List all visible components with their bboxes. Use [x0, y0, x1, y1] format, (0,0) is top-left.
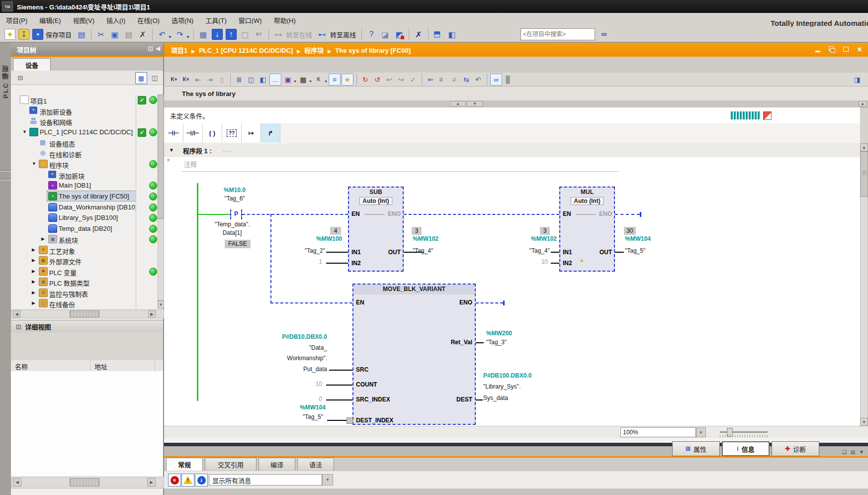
print-icon[interactable]: ▤ — [75, 28, 88, 41]
detail-column-address[interactable]: 地址 — [90, 360, 155, 371]
tree-item-label[interactable]: 添加新设备 — [40, 107, 136, 116]
plc-programming-strip-label[interactable]: PLC 编程 — [1, 65, 10, 99]
dropdown-caret-icon[interactable]: ▼ — [186, 35, 190, 39]
comment-display-icon[interactable]: ≠ — [449, 74, 460, 85]
menu-item[interactable]: 窗口(W) — [233, 13, 268, 27]
stop-cpu-icon[interactable]: RT — [253, 28, 265, 41]
tree-scroll-left-button[interactable]: ◀ — [13, 310, 20, 317]
tree-item-label[interactable]: Main [OB1] — [59, 182, 136, 189]
restore-icon[interactable] — [827, 45, 836, 53]
mul-in1-address[interactable]: %MW102 — [495, 235, 557, 242]
breadcrumb-item[interactable]: 程序块 — [304, 47, 324, 54]
maximize-icon[interactable] — [841, 45, 850, 53]
network-overview-icon[interactable] — [731, 111, 761, 119]
move-retval-tag[interactable]: "Tag_3" — [486, 339, 546, 346]
merge-row-icon[interactable]: ◧ — [258, 74, 268, 85]
copy-icon[interactable]: ▣ — [108, 28, 121, 41]
sub-in1-address[interactable]: %MW100 — [281, 235, 342, 242]
go-offline-icon[interactable]: ⊷ — [316, 28, 329, 41]
menu-item[interactable]: 工具(T) — [199, 13, 233, 27]
sub-out-tag[interactable]: "Tag_4" — [413, 247, 462, 254]
param-handle[interactable] — [347, 417, 353, 424]
mul-out-address[interactable]: %MW104 — [625, 235, 675, 242]
paste-icon[interactable]: ▤ — [122, 28, 135, 41]
tree-item-label[interactable]: The sys of library [FC50] — [59, 193, 136, 200]
minimize-icon[interactable] — [813, 45, 822, 53]
go-offline-label[interactable]: 转至离线 — [330, 30, 356, 39]
tree-item-label[interactable]: 工艺对象 — [49, 246, 136, 256]
contact-operand-line1[interactable]: "Temp_data". — [199, 221, 265, 228]
tree-item-label[interactable]: 系统块 — [59, 235, 136, 245]
absolute-symbolic-icon[interactable]: ≢ — [437, 74, 448, 85]
editor-splitter[interactable]: ▲ ▼ ▲ — [164, 100, 868, 108]
redo-icon[interactable]: ↷ — [174, 28, 186, 41]
tree-item-label[interactable]: Temp_data [DB20] — [59, 225, 136, 232]
lock-icon[interactable]: ▊ — [503, 74, 514, 85]
tree-item-label[interactable]: 外部源文件 — [49, 257, 136, 266]
mul-out-tag[interactable]: "Tag_5" — [625, 247, 675, 254]
tree-item-label[interactable]: 添加新块 — [59, 171, 136, 181]
align-icon[interactable]: ≣ — [234, 74, 245, 85]
expand-icon[interactable]: ▶ — [32, 300, 35, 305]
open-project-icon[interactable]: ↧ — [18, 29, 29, 40]
table-view-icon[interactable]: ▦ — [135, 72, 147, 84]
open-branch-icon[interactable]: ↦ — [242, 123, 261, 142]
detail-column-name[interactable]: 名称 — [11, 360, 90, 371]
tree-hscrollbar-thumb[interactable] — [70, 310, 99, 317]
navigate-icon[interactable]: ⇆ — [461, 74, 472, 85]
sub-in2-constant[interactable]: 1 — [298, 258, 322, 265]
monitoring-icon[interactable]: ∞ — [490, 74, 502, 86]
menu-item[interactable]: 帮助(H) — [268, 13, 302, 27]
sort-tree-icon[interactable]: ⊟ — [15, 72, 26, 83]
info-filter-button[interactable]: i — [195, 474, 208, 487]
empty-box-icon[interactable]: ?? — [222, 123, 242, 142]
zoom-dropdown-icon[interactable]: ▼ — [696, 427, 706, 437]
move-src-pointer[interactable]: P#DB10.DBX0.0 — [248, 333, 327, 340]
breadcrumb-item[interactable]: PLC_1 [CPU 1214C DC/DC/DC] — [199, 47, 293, 54]
expand-icon[interactable]: ▶ — [32, 258, 35, 263]
search-input[interactable] — [521, 28, 595, 40]
network-collapse-icon[interactable]: ▼ — [169, 147, 174, 153]
favorites-icon[interactable]: ★ — [342, 74, 353, 86]
menu-item[interactable]: 编辑(E) — [33, 13, 67, 27]
detail-view-header[interactable]: ◫ 详细视图 — [11, 320, 163, 333]
save-project-icon[interactable]: ▪ — [32, 29, 43, 40]
tab-diagnostics[interactable]: ✚诊断 — [772, 441, 819, 456]
refresh-icon[interactable]: ↪ — [396, 74, 407, 85]
undo-icon[interactable]: ↶ — [156, 28, 169, 41]
upload-from-device-icon[interactable]: ↑ — [226, 29, 237, 40]
sub-block-mode[interactable]: Auto (Int) — [359, 197, 392, 205]
dropdown-caret-icon[interactable]: ▼ — [309, 80, 312, 83]
split-horizontal-icon[interactable]: ◧ — [432, 28, 444, 41]
filter-dropdown-icon[interactable]: ▼ — [322, 474, 333, 486]
jump-back-icon[interactable]: ↶ — [473, 74, 484, 85]
menu-item[interactable]: 项目(P) — [0, 13, 33, 27]
move-dest-pointer[interactable]: P#DB100.DBX0.0 — [483, 372, 553, 379]
tree-item-label[interactable]: Library_Sys [DB100] — [59, 214, 136, 221]
tab-cross-references[interactable]: 交叉引用 — [205, 458, 257, 471]
splitter-down-icon[interactable]: ▼ — [467, 101, 483, 106]
accessible-devices-icon[interactable]: ? — [365, 28, 378, 41]
dropdown-caret-icon[interactable]: ▼ — [293, 80, 297, 83]
tab-general[interactable]: 常规 — [166, 458, 203, 471]
contact-tag[interactable]: "Tag_6" — [205, 195, 264, 202]
goto-definition-icon[interactable]: ⇐ — [425, 74, 436, 85]
expand-view-icon[interactable]: ◫ — [149, 72, 160, 83]
save-project-label[interactable]: 保存项目 — [46, 30, 72, 39]
delete-icon[interactable]: ✗ — [136, 28, 149, 41]
expand-icon[interactable]: ▶ — [32, 290, 35, 295]
cross-reference-icon[interactable]: ✗ — [412, 28, 425, 41]
move-destindex-address[interactable]: %MW104 — [278, 404, 326, 411]
tree-item-label[interactable]: 监控与强制表 — [49, 289, 136, 298]
editor-scroll-up-button[interactable]: ▲ — [860, 143, 868, 151]
detail-hscrollbar-thumb[interactable] — [70, 478, 99, 487]
tree-item-label[interactable]: PLC 变量 — [49, 268, 136, 277]
breadcrumb-item[interactable]: 项目1 — [171, 47, 187, 54]
expand-icon[interactable]: ▶ — [32, 247, 35, 252]
download-to-device-icon[interactable]: ↓ — [212, 29, 223, 40]
outdent-icon[interactable]: ⇤ — [192, 74, 203, 85]
editor-scroll-down-button[interactable]: ▼ — [860, 418, 868, 426]
tab-info[interactable]: i信息 — [722, 441, 770, 456]
detail-scroll-left-button[interactable]: ◀ — [13, 478, 21, 487]
move-blk-variant-block[interactable]: MOVE_BLK_VARIANT EN ENO Ret_Val SRC COUN… — [352, 284, 476, 425]
